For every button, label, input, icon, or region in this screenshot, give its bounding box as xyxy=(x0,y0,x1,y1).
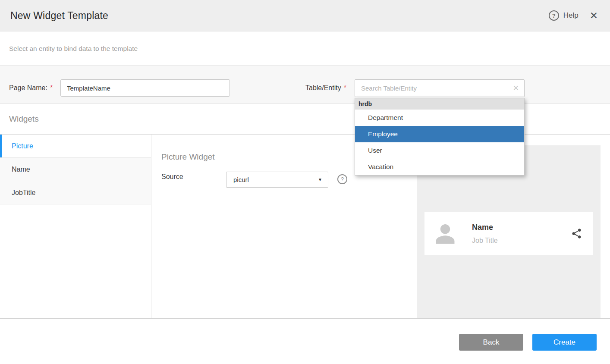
help-label: Help xyxy=(563,11,579,20)
subtitle-text: Select an entity to bind data to the tem… xyxy=(9,45,138,53)
preview-card-text: Name Job Title xyxy=(472,223,498,245)
preview-name: Name xyxy=(472,223,498,232)
widgets-sidebar: Picture Name JobTitle xyxy=(0,135,151,318)
entity-form-row: Page Name:* Table/Entity* ✕ hrdb Departm… xyxy=(0,65,610,104)
table-entity-search: ✕ xyxy=(355,79,525,97)
source-label: Source xyxy=(161,173,183,181)
table-entity-label: Table/Entity* xyxy=(305,84,346,92)
help-icon: ? xyxy=(549,10,559,21)
picture-widget-title: Picture Widget xyxy=(161,152,215,162)
source-help-icon[interactable]: ? xyxy=(337,174,347,184)
sidebar-item-jobtitle[interactable]: JobTitle xyxy=(0,181,151,204)
sidebar-item-label: JobTitle xyxy=(12,189,35,197)
widgets-heading: Widgets xyxy=(9,114,39,124)
subtitle-bar: Select an entity to bind data to the tem… xyxy=(0,32,610,65)
clear-search-icon[interactable]: ✕ xyxy=(510,85,524,92)
sidebar-item-name[interactable]: Name xyxy=(0,158,151,181)
dialog-header: New Widget Template ? Help ✕ xyxy=(0,0,610,31)
header-actions: ? Help ✕ xyxy=(549,10,598,21)
preview-card: Name Job Title xyxy=(424,212,593,255)
share-icon[interactable] xyxy=(571,228,582,239)
dialog-footer: Back Create xyxy=(0,318,610,364)
required-mark: * xyxy=(344,84,346,91)
table-entity-search-input[interactable] xyxy=(355,85,510,92)
source-select-value: picurl xyxy=(233,176,249,183)
dropdown-item-department[interactable]: Department xyxy=(355,110,524,126)
close-icon[interactable]: ✕ xyxy=(590,11,598,21)
dialog-title: New Widget Template xyxy=(10,10,108,22)
page-name-label: Page Name:* xyxy=(9,84,53,92)
create-button[interactable]: Create xyxy=(532,334,597,351)
source-select[interactable]: picurl ▼ xyxy=(226,172,328,188)
new-widget-template-dialog: New Widget Template ? Help ✕ Select an e… xyxy=(0,0,610,364)
help-button[interactable]: ? Help xyxy=(549,10,579,21)
dropdown-item-vacation[interactable]: Vacation xyxy=(355,159,524,175)
table-entity-dropdown: hrdb Department Employee User Vacation xyxy=(355,98,525,176)
dropdown-item-employee[interactable]: Employee xyxy=(355,126,524,142)
sidebar-item-label: Picture xyxy=(12,142,33,150)
dropdown-group-header: hrdb xyxy=(355,98,524,110)
preview-job-title: Job Title xyxy=(472,237,498,245)
sidebar-item-picture[interactable]: Picture xyxy=(0,135,151,158)
person-icon xyxy=(433,222,457,246)
page-name-input[interactable] xyxy=(60,79,230,97)
chevron-down-icon: ▼ xyxy=(318,177,322,182)
dropdown-item-user[interactable]: User xyxy=(355,142,524,159)
required-mark: * xyxy=(50,84,53,91)
back-button[interactable]: Back xyxy=(459,334,523,351)
sidebar-item-label: Name xyxy=(12,166,30,173)
